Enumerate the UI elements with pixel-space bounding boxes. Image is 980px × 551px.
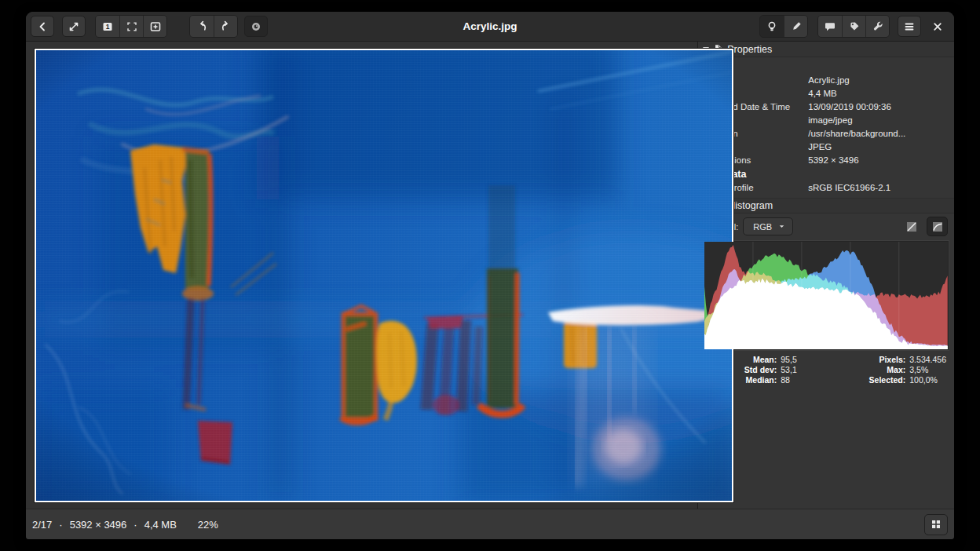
tag-icon xyxy=(848,20,861,33)
property-row: Modified Date & Time13/09/2019 00:09:36 xyxy=(698,100,954,114)
status-zoom-level: 22% xyxy=(198,519,218,531)
wrench-icon xyxy=(872,20,884,33)
property-value: sRGB IEC61966-2.1 xyxy=(808,181,949,195)
app-window: Acrylic.jpg 1 xyxy=(26,12,954,539)
hamburger-icon xyxy=(903,20,916,33)
statusbar: 2/17 · 5392 × 3496 · 4,4 MB 22% xyxy=(26,509,954,539)
comment-button[interactable] xyxy=(818,16,842,37)
status-position: 2/17 xyxy=(32,519,52,531)
channel-dropdown[interactable]: RGB xyxy=(743,217,793,235)
status-filesize: 4,4 MB xyxy=(144,519,177,531)
rotate-right-button[interactable] xyxy=(214,16,237,37)
property-row: Size4,4 MB xyxy=(698,87,954,100)
grid-icon xyxy=(930,518,942,531)
chevron-left-icon xyxy=(36,20,49,33)
desktop-background: Acrylic.jpg 1 xyxy=(0,0,980,551)
annotation-group xyxy=(817,15,890,38)
properties-list: FileNameAcrylic.jpgSize4,4 MBModified Da… xyxy=(698,57,954,198)
tools-button[interactable] xyxy=(865,16,889,37)
stat-value: 88 xyxy=(781,375,826,385)
properties-button[interactable] xyxy=(760,16,784,37)
histogram-controls: Channel: RGB xyxy=(698,213,954,239)
svg-text:1: 1 xyxy=(106,23,110,31)
property-row: Typeimage/jpeg xyxy=(698,114,954,127)
disc-icon xyxy=(250,20,262,33)
status-dimensions: 5392 × 3496 xyxy=(70,519,127,531)
view-mode-group xyxy=(759,15,808,38)
lightbulb-icon xyxy=(766,20,778,33)
expand-icon xyxy=(68,20,80,33)
stat-value: 3,5% xyxy=(909,365,946,375)
zoom-in-icon xyxy=(149,20,162,33)
rotate-left-icon xyxy=(196,20,208,33)
log-scale-button[interactable] xyxy=(927,217,948,236)
fullscreen-button[interactable] xyxy=(62,16,86,37)
stat-value: 3.534.456 xyxy=(909,355,946,365)
property-value: 5392 × 3496 xyxy=(808,154,949,167)
property-value: 4,4 MB xyxy=(808,87,949,100)
separator-dot: · xyxy=(133,519,137,531)
histogram-section-header[interactable]: Histogram xyxy=(698,198,954,213)
fit-window-icon xyxy=(126,20,138,33)
close-icon xyxy=(931,20,944,33)
stat-value: 95,5 xyxy=(781,355,826,365)
stat-value: 100,0% xyxy=(909,375,946,385)
linear-scale-button[interactable] xyxy=(901,217,922,236)
slideshow-button[interactable] xyxy=(244,16,268,37)
menu-button[interactable] xyxy=(898,16,921,37)
rotate-left-button[interactable] xyxy=(190,16,214,37)
tags-button[interactable] xyxy=(842,16,865,37)
rotate-controls-group xyxy=(189,15,238,38)
zoom-100-button[interactable]: 1 xyxy=(96,16,119,37)
properties-section-header[interactable]: Properties xyxy=(698,42,954,57)
zoom-fit-button[interactable] xyxy=(119,16,143,37)
toolbar-left: 1 xyxy=(31,15,268,38)
properties-header-label: Properties xyxy=(727,44,772,55)
stat-label: Max: xyxy=(830,365,905,375)
stat-label: Selected: xyxy=(830,375,905,385)
brush-icon xyxy=(790,20,803,33)
zoom-100-icon: 1 xyxy=(101,20,114,33)
property-value: /usr/share/background... xyxy=(808,127,949,140)
property-value: image/jpeg xyxy=(808,114,949,127)
log-histogram-icon xyxy=(932,221,943,232)
separator-dot: · xyxy=(59,519,62,531)
property-row: Location/usr/share/background... xyxy=(698,127,954,140)
headerbar: Acrylic.jpg 1 xyxy=(26,12,954,42)
property-value: Acrylic.jpg xyxy=(808,74,949,87)
property-row: FormatJPEG xyxy=(698,140,954,154)
image-frame xyxy=(35,49,733,502)
rotate-right-icon xyxy=(220,20,232,33)
stat-value: 53,1 xyxy=(781,365,826,375)
close-button[interactable] xyxy=(926,16,949,37)
painting-acrylic xyxy=(36,50,732,501)
histogram-stats: Mean:95,5Pixels:3.534.456Std dev:53,1Max… xyxy=(698,350,954,385)
chevron-down-icon xyxy=(777,222,786,231)
section-title: File xyxy=(698,60,954,74)
toolbar-right xyxy=(759,15,949,38)
edit-file-button[interactable] xyxy=(784,16,807,37)
zoom-controls-group: 1 xyxy=(95,15,167,38)
property-row: NameAcrylic.jpg xyxy=(698,74,954,87)
property-row: Color ProfilesRGB IEC61966-2.1 xyxy=(698,181,954,195)
channel-value: RGB xyxy=(753,222,772,232)
sidebar-panel: Properties FileNameAcrylic.jpgSize4,4 MB… xyxy=(698,42,954,509)
stat-label: Pixels: xyxy=(830,355,905,365)
section-title: Metadata xyxy=(698,167,954,181)
zoom-in-button[interactable] xyxy=(143,16,166,37)
comment-icon xyxy=(824,20,836,33)
property-value: 13/09/2019 00:09:36 xyxy=(808,100,949,114)
histogram-header-label: Histogram xyxy=(728,200,773,211)
histogram-graph[interactable] xyxy=(704,241,949,350)
viewer-canvas[interactable] xyxy=(26,42,698,509)
property-value: JPEG xyxy=(808,140,949,154)
browser-view-button[interactable] xyxy=(924,514,948,535)
linear-histogram-icon xyxy=(906,221,917,232)
property-row: Dimensions5392 × 3496 xyxy=(698,154,954,167)
back-button[interactable] xyxy=(31,16,54,37)
